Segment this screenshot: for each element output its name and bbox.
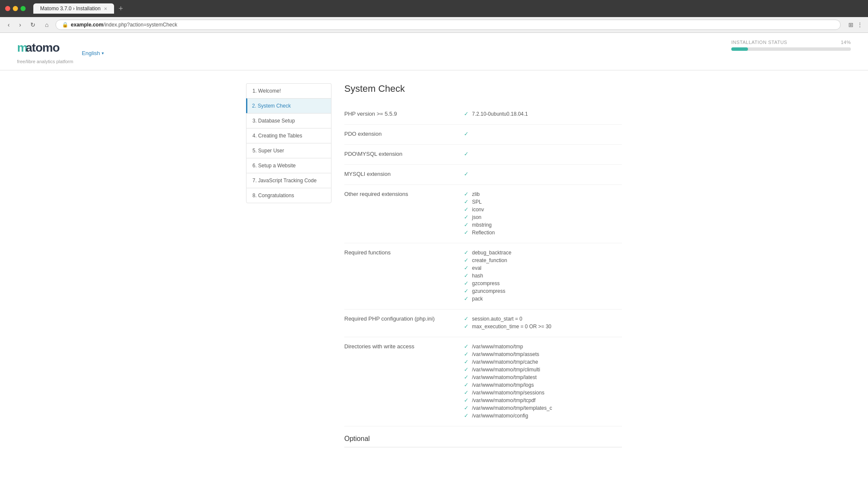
sidebar-item-database-setup[interactable]: 3. Database Setup bbox=[246, 113, 331, 128]
extensions-icon[interactable]: ⊞ bbox=[848, 21, 853, 28]
check-ok-icon bbox=[464, 206, 469, 213]
address-bar[interactable]: 🔒 example.com/index.php?action=systemChe… bbox=[56, 20, 841, 30]
check-value-text: zlib bbox=[472, 191, 480, 197]
check-value-row: /var/www/matomo/tmp/templates_c bbox=[464, 405, 622, 411]
check-label: Required functions bbox=[344, 249, 464, 256]
check-value-row bbox=[464, 151, 622, 157]
status-label-row: INSTALLATION STATUS 14% bbox=[731, 40, 851, 45]
check-ok-icon bbox=[464, 280, 469, 286]
status-label: INSTALLATION STATUS bbox=[731, 40, 787, 45]
check-value-row: Reflection bbox=[464, 229, 622, 236]
check-values: zlibSPLiconvjsonmbstringReflection bbox=[464, 191, 622, 237]
check-row: Directories with write access/var/www/ma… bbox=[344, 337, 622, 426]
check-ok-icon bbox=[464, 295, 469, 302]
sidebar-item-system-check[interactable]: 2. System Check bbox=[246, 98, 331, 113]
check-row: PDO\MYSQL extension bbox=[344, 145, 622, 165]
check-value-row: 7.2.10-0ubuntu0.18.04.1 bbox=[464, 111, 622, 117]
check-label: MYSQLI extension bbox=[344, 171, 464, 177]
check-value-row: zlib bbox=[464, 191, 622, 197]
forward-button[interactable]: › bbox=[17, 20, 24, 29]
check-ok-icon bbox=[464, 397, 469, 403]
check-label: Required PHP configuration (php.ini) bbox=[344, 315, 464, 322]
check-value-row: /var/www/matomo/tmp/logs bbox=[464, 382, 622, 388]
checks-container: PHP version >= 5.5.97.2.10-0ubuntu0.18.0… bbox=[344, 105, 622, 426]
site-header: m atomo free/libre analytics platform En… bbox=[0, 33, 868, 70]
language-arrow-icon: ▾ bbox=[102, 51, 104, 55]
check-ok-icon bbox=[464, 151, 469, 157]
optional-section: Optional bbox=[344, 435, 622, 447]
check-label: Other required extensions bbox=[344, 191, 464, 197]
check-ok-icon bbox=[464, 288, 469, 294]
check-label: PHP version >= 5.5.9 bbox=[344, 111, 464, 117]
check-ok-icon bbox=[464, 257, 469, 263]
check-ok-icon bbox=[464, 366, 469, 373]
logo-subtitle: free/libre analytics platform bbox=[17, 59, 73, 64]
check-value-row: create_function bbox=[464, 257, 622, 263]
check-row: Other required extensionszlibSPLiconvjso… bbox=[344, 185, 622, 243]
check-value-row: /var/www/matomo/tmp/sessions bbox=[464, 389, 622, 396]
minimize-button[interactable] bbox=[13, 6, 18, 11]
close-button[interactable] bbox=[5, 6, 10, 11]
check-value-row: /var/www/matomo/tmp/climulti bbox=[464, 366, 622, 373]
check-ok-icon bbox=[464, 412, 469, 419]
svg-text:atomo: atomo bbox=[26, 41, 60, 54]
check-value-row: /var/www/matomo/tmp/tcpdf bbox=[464, 397, 622, 403]
check-values: /var/www/matomo/tmp/var/www/matomo/tmp/a… bbox=[464, 343, 622, 420]
check-ok-icon bbox=[464, 351, 469, 357]
logo-area: m atomo free/libre analytics platform bbox=[17, 40, 73, 64]
check-value-row: json bbox=[464, 214, 622, 220]
back-button[interactable]: ‹ bbox=[5, 20, 12, 29]
check-value-text: SPL bbox=[472, 199, 482, 205]
browser-toolbar: ‹ › ↻ ⌂ 🔒 example.com/index.php?action=s… bbox=[0, 17, 868, 33]
browser-chrome: Matomo 3.7.0 › Installation ✕ + ‹ › ↻ ⌂ … bbox=[0, 0, 868, 33]
reload-button[interactable]: ↻ bbox=[28, 20, 38, 29]
url-display: example.com/index.php?action=systemCheck bbox=[71, 22, 177, 28]
active-tab[interactable]: Matomo 3.7.0 › Installation ✕ bbox=[33, 3, 114, 14]
check-value-row bbox=[464, 171, 622, 177]
check-ok-icon bbox=[464, 171, 469, 177]
main-content: System Check PHP version >= 5.5.97.2.10-… bbox=[344, 83, 622, 447]
language-selector[interactable]: English ▾ bbox=[82, 50, 104, 56]
new-tab-button[interactable]: + bbox=[116, 4, 126, 13]
check-value-text: /var/www/matomo/config bbox=[472, 413, 528, 419]
status-percent: 14% bbox=[841, 40, 851, 45]
check-ok-icon bbox=[464, 222, 469, 228]
sidebar-item-welcome[interactable]: 1. Welcome! bbox=[246, 83, 331, 98]
check-value-text: /var/www/matomo/tmp/cache bbox=[472, 359, 538, 365]
progress-bar bbox=[731, 47, 851, 51]
sidebar-item-js-tracking[interactable]: 7. JavaScript Tracking Code bbox=[246, 173, 331, 188]
sidebar-item-creating-tables[interactable]: 4. Creating the Tables bbox=[246, 128, 331, 143]
check-row: MYSQLI extension bbox=[344, 165, 622, 185]
sidebar-item-congratulations[interactable]: 8. Congratulations bbox=[246, 188, 331, 203]
check-value-row: /var/www/matomo/tmp/latest bbox=[464, 374, 622, 380]
check-value-row: eval bbox=[464, 265, 622, 271]
check-ok-icon bbox=[464, 249, 469, 256]
check-values bbox=[464, 131, 622, 138]
check-value-text: eval bbox=[472, 265, 481, 271]
menu-icon[interactable]: ⋮ bbox=[857, 21, 863, 28]
tab-bar: Matomo 3.7.0 › Installation ✕ + bbox=[33, 3, 126, 14]
tab-close-icon[interactable]: ✕ bbox=[104, 6, 107, 11]
progress-bar-fill bbox=[731, 47, 748, 51]
check-value-text: /var/www/matomo/tmp/climulti bbox=[472, 367, 540, 373]
check-ok-icon bbox=[464, 198, 469, 205]
home-button[interactable]: ⌂ bbox=[42, 20, 51, 29]
check-value-row: SPL bbox=[464, 198, 622, 205]
check-value-text: pack bbox=[472, 296, 483, 302]
check-value-text: mbstring bbox=[472, 222, 492, 228]
check-values bbox=[464, 171, 622, 178]
check-value-text: /var/www/matomo/tmp/assets bbox=[472, 351, 539, 357]
check-value-row: session.auto_start = 0 bbox=[464, 315, 622, 322]
sidebar-item-setup-website[interactable]: 6. Setup a Website bbox=[246, 158, 331, 173]
page-title: System Check bbox=[344, 83, 622, 94]
check-row: PHP version >= 5.5.97.2.10-0ubuntu0.18.0… bbox=[344, 105, 622, 125]
check-value-text: iconv bbox=[472, 207, 484, 213]
check-ok-icon bbox=[464, 272, 469, 279]
check-ok-icon bbox=[464, 359, 469, 365]
sidebar: 1. Welcome! 2. System Check 3. Database … bbox=[246, 83, 331, 447]
check-ok-icon bbox=[464, 389, 469, 396]
check-ok-icon bbox=[464, 343, 469, 350]
sidebar-item-super-user[interactable]: 5. Super User bbox=[246, 143, 331, 158]
check-values: debug_backtracecreate_functionevalhashgz… bbox=[464, 249, 622, 303]
fullscreen-button[interactable] bbox=[21, 6, 26, 11]
